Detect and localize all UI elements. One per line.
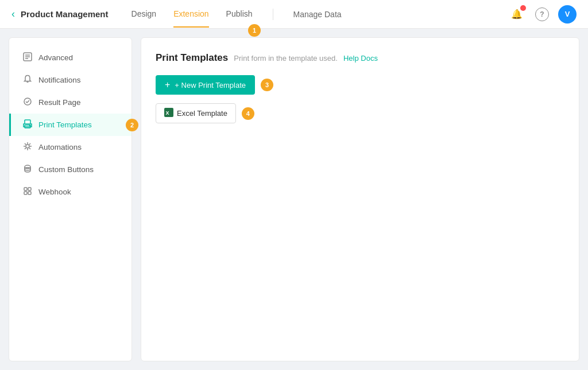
- top-nav: ‹ Product Management Design Extension Pu…: [0, 0, 588, 29]
- automations-icon: [22, 142, 33, 153]
- tab-extension[interactable]: Extension: [173, 1, 208, 28]
- svg-rect-20: [28, 188, 31, 190]
- webhook-icon: [22, 186, 33, 197]
- sidebar-item-custom-buttons[interactable]: Custom Buttons: [9, 158, 131, 181]
- svg-text:X: X: [166, 110, 169, 116]
- notification-bell-button[interactable]: 🔔: [508, 5, 526, 24]
- sidebar-item-notifications[interactable]: Notifications: [9, 69, 131, 91]
- main-content: Print Templates Print form in the templa…: [141, 37, 579, 361]
- print-templates-label: Print Templates: [38, 120, 92, 129]
- svg-point-7: [29, 125, 30, 126]
- svg-rect-22: [28, 192, 31, 194]
- excel-row: X Excel Template 4: [156, 103, 564, 123]
- svg-point-8: [26, 145, 29, 148]
- plus-icon: +: [165, 80, 170, 90]
- nav-right: 🔔 ? V: [508, 5, 577, 24]
- sidebar-item-advanced[interactable]: Advanced: [9, 46, 131, 69]
- page-description: Print form in the template used.: [234, 54, 338, 63]
- svg-rect-19: [24, 188, 27, 190]
- new-print-template-button[interactable]: + + New Print Template: [156, 75, 255, 95]
- back-button[interactable]: ‹: [11, 8, 15, 20]
- manage-data-link[interactable]: Manage Data: [293, 10, 342, 19]
- sidebar: Advanced Notifications Result Page: [9, 37, 132, 361]
- svg-line-15: [29, 143, 30, 145]
- user-avatar-button[interactable]: V: [558, 5, 577, 24]
- step4-badge: 4: [242, 107, 254, 120]
- svg-rect-21: [24, 192, 27, 194]
- sidebar-item-result-page[interactable]: Result Page: [9, 91, 131, 114]
- content-header: Print Templates Print form in the templa…: [156, 52, 564, 64]
- print-templates-icon: [22, 119, 33, 130]
- help-button[interactable]: ?: [533, 5, 551, 24]
- sidebar-item-automations[interactable]: Automations: [9, 136, 131, 158]
- main-layout: Advanced Notifications Result Page: [0, 29, 588, 370]
- svg-line-16: [25, 148, 26, 149]
- excel-template-button[interactable]: X Excel Template: [156, 103, 236, 123]
- new-template-label: + New Print Template: [175, 81, 246, 89]
- svg-line-14: [29, 148, 30, 149]
- notifications-label: Notifications: [38, 76, 81, 84]
- notifications-icon: [22, 75, 33, 85]
- page-title: Print Templates: [156, 52, 228, 64]
- excel-template-label: Excel Template: [177, 109, 227, 118]
- excel-icon: X: [164, 108, 173, 119]
- svg-rect-5: [25, 120, 30, 124]
- webhook-label: Webhook: [38, 188, 71, 196]
- result-page-icon: [22, 97, 33, 108]
- sidebar-item-print-templates[interactable]: Print Templates 2: [9, 114, 131, 136]
- advanced-label: Advanced: [38, 53, 73, 62]
- app-title: Product Management: [21, 9, 109, 19]
- tab-design[interactable]: Design: [131, 1, 157, 28]
- nav-divider: [273, 9, 273, 20]
- tab-publish[interactable]: Publish: [226, 1, 253, 28]
- result-page-label: Result Page: [38, 98, 81, 107]
- step3-badge: 3: [261, 79, 273, 91]
- custom-buttons-icon: [22, 164, 33, 175]
- notification-badge: [520, 5, 526, 11]
- help-icon: ?: [535, 7, 549, 21]
- svg-line-13: [25, 143, 26, 145]
- action-row: + + New Print Template 3: [156, 75, 564, 95]
- automations-label: Automations: [38, 143, 82, 151]
- step2-badge: 2: [126, 119, 138, 131]
- custom-buttons-label: Custom Buttons: [38, 165, 94, 174]
- sidebar-item-webhook[interactable]: Webhook: [9, 181, 131, 203]
- step1-badge: 1: [248, 24, 261, 37]
- nav-tabs: Design Extension Publish Manage Data: [131, 1, 508, 28]
- help-docs-link[interactable]: Help Docs: [343, 54, 378, 63]
- advanced-icon: [22, 52, 33, 63]
